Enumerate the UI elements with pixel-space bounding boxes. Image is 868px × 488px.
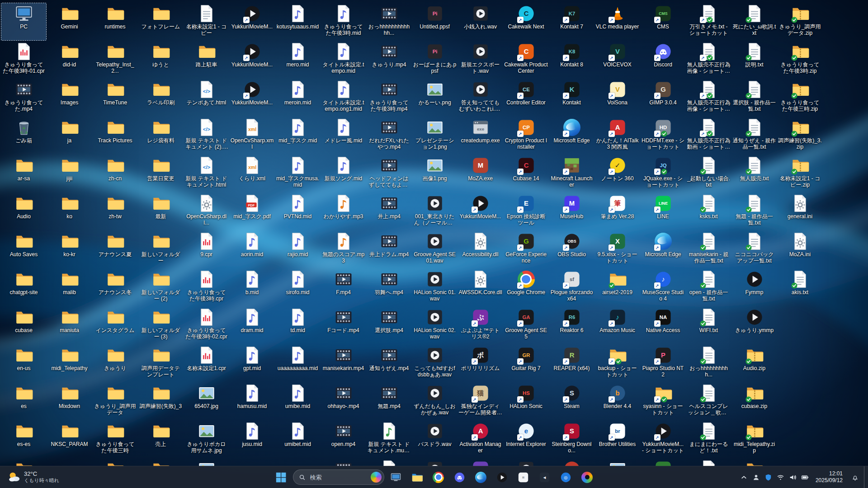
desktop-icon[interactable]: NA↗Native Access: [640, 306, 686, 344]
taskbar-notepad-icon[interactable]: ≡: [514, 468, 533, 487]
desktop-icon[interactable]: 猫↗孤独なインディーゲーム開発者の一生...: [458, 382, 503, 420]
desktop-icon[interactable]: en-us: [1, 344, 47, 382]
desktop-icon[interactable]: HALion Sonic 01.wav: [412, 268, 458, 306]
desktop-icon[interactable]: gpt.mid: [229, 344, 275, 382]
desktop-icon[interactable]: 名称未設定1.cpr: [184, 344, 229, 382]
notification-bell-icon[interactable]: [847, 468, 863, 486]
taskbar-color-wheel-app-icon[interactable]: [578, 468, 597, 487]
desktop-icon[interactable]: ↗Minecraft Launcher: [549, 155, 594, 192]
desktop-icon[interactable]: ずんだもん_しおかぜぁ.wav: [412, 382, 458, 420]
clock[interactable]: 12:01 2025/09/12: [812, 468, 846, 486]
desktop-icon[interactable]: PC: [1, 3, 47, 41]
desktop-icon[interactable]: R↗REAPER (x64): [549, 344, 594, 382]
desktop-icon[interactable]: ↗syasinn - ショートカット: [640, 382, 686, 420]
desktop-icon[interactable]: execreatedump.exe: [458, 117, 503, 155]
desktop-icon[interactable]: C↗Cakewalk Next: [503, 3, 549, 41]
desktop-icon[interactable]: Piおーばーまにあ.ppsf: [412, 41, 458, 79]
shield-icon[interactable]: [762, 468, 774, 486]
desktop-icon[interactable]: ohhayo-.mp4: [321, 382, 366, 420]
desktop-icon[interactable]: K8↗Kontakt 8: [549, 41, 594, 79]
desktop-icon[interactable]: きゅうり食ってた午後三時: [92, 420, 138, 458]
desktop-icon[interactable]: ↗YukkuriMovieM...: [229, 79, 275, 117]
taskbar-task-view-icon[interactable]: [387, 468, 406, 487]
desktop-icon[interactable]: ✓↗ノートン 360: [594, 155, 640, 192]
desktop-icon[interactable]: E↗Epson 接続診断ツール: [503, 192, 549, 230]
desktop-icon[interactable]: _起動しない場合.txt: [686, 155, 731, 192]
desktop-icon[interactable]: 画像1.png: [412, 155, 458, 192]
desktop-icon[interactable]: </>新規 テキスト ドキュメント.html: [184, 155, 229, 192]
desktop-icon[interactable]: [184, 458, 229, 466]
desktop-icon[interactable]: 売上: [138, 420, 184, 458]
desktop-icon[interactable]: 65407.jpg: [184, 382, 229, 420]
desktop-icon[interactable]: M↗MuseHub: [549, 192, 594, 230]
desktop-icon[interactable]: 新規エクスポート.wav: [458, 41, 503, 79]
desktop-icon[interactable]: jusu.mid: [229, 420, 275, 458]
desktop-icon[interactable]: ja: [47, 117, 92, 155]
desktop-icon[interactable]: GA↗Groove Agent SE 5: [503, 306, 549, 344]
desktop-icon[interactable]: きゅうり_調声用データ: [92, 382, 138, 420]
desktop-icon[interactable]: ↗backup - ショートカット: [594, 344, 640, 382]
desktop-icon[interactable]: [594, 458, 640, 466]
desktop-icon[interactable]: 新規ソング.mid: [321, 155, 366, 192]
desktop-icon[interactable]: C↗Cakewalk Product Center: [503, 41, 549, 79]
desktop-icon[interactable]: 小銭入れ.wav: [458, 3, 503, 41]
desktop-icon[interactable]: LINE↗LINE: [640, 192, 686, 230]
desktop-icon[interactable]: runtimes: [92, 3, 138, 41]
desktop-icon[interactable]: ぷ↗ぷよぷよ™テトリス®2: [458, 306, 503, 344]
desktop-icon[interactable]: ↗Microsoft Edge: [640, 230, 686, 268]
desktop-icon[interactable]: td.mid: [275, 306, 321, 344]
desktop-icon[interactable]: [549, 458, 594, 466]
wifi-icon[interactable]: [774, 468, 787, 486]
desktop-icon[interactable]: Telepathy_Inst_2...: [92, 41, 138, 79]
desktop-icon[interactable]: G↗GIMP 3.0.4: [640, 79, 686, 117]
desktop-icon[interactable]: タイトル未設定.tempo.mid: [321, 41, 366, 79]
desktop-icon[interactable]: きゅうり食ってた午後3時.zip: [777, 41, 823, 79]
start-button[interactable]: [272, 468, 291, 487]
desktop-icon[interactable]: レジ袋有料: [138, 117, 184, 155]
desktop-icon[interactable]: S↗Steam: [549, 382, 594, 420]
desktop-icon[interactable]: [686, 458, 731, 466]
desktop-icon[interactable]: ↗Microsoft Edge: [549, 117, 594, 155]
desktop-icon[interactable]: プレゼンテーション1.png: [412, 117, 458, 155]
desktop-icon[interactable]: MoZA.ini: [777, 230, 823, 268]
desktop-icon[interactable]: xmlくらり.xml: [229, 155, 275, 192]
desktop-icon[interactable]: HD↗HDDFMT.exe - ショートカット: [640, 117, 686, 155]
desktop-icon[interactable]: sf↗Plogue sforzando x64: [549, 268, 594, 306]
desktop-icon[interactable]: 通知うぜえ.mp4: [366, 344, 412, 382]
desktop-icon[interactable]: Groove Agent SE 01.wav: [412, 230, 458, 268]
desktop-icon[interactable]: 羽舞へ.mp4: [366, 268, 412, 306]
desktop-icon[interactable]: midi_Telepathy.zip: [731, 420, 777, 458]
desktop-icon[interactable]: [1, 458, 47, 466]
desktop-icon[interactable]: 9.cpr: [184, 230, 229, 268]
desktop-icon[interactable]: ↗YukkuriMovieM...: [458, 192, 503, 230]
desktop-icon[interactable]: Gemini: [47, 3, 92, 41]
desktop-icon[interactable]: [138, 458, 184, 466]
desktop-icon[interactable]: MMoZA.exe: [458, 155, 503, 192]
desktop-icon[interactable]: きゅうり食ってた午後3時.cpr: [184, 268, 229, 306]
desktop-icon[interactable]: 無人販売.txt: [731, 155, 777, 192]
taskbar-arrow-app-icon[interactable]: ◄: [535, 468, 554, 487]
desktop-icon[interactable]: manisekarin - 親作品一覧.txt: [686, 230, 731, 268]
desktop-icon[interactable]: mero.mid: [275, 41, 321, 79]
desktop-icon[interactable]: GR↗Guitar Rig 7: [503, 344, 549, 382]
desktop-icon[interactable]: 井上ドラム.mp4: [366, 230, 412, 268]
desktop-icon[interactable]: P↗Piapro Studio NT2: [640, 344, 686, 382]
desktop-icon[interactable]: Fymmp: [731, 268, 777, 306]
desktop-icon[interactable]: TimeTune: [92, 79, 138, 117]
desktop-icon[interactable]: ごみ箱: [1, 117, 47, 155]
desktop-icon[interactable]: CP↗Crypton Product Installer: [503, 117, 549, 155]
desktop-icon[interactable]: HS↗HALion Sonic: [503, 382, 549, 420]
desktop-icon[interactable]: ゆうと: [138, 41, 184, 79]
desktop-icon[interactable]: きゅうりボカロ用サムネ.jpg: [184, 420, 229, 458]
desktop-icon[interactable]: ニコニコバックアップ一覧.txt: [731, 230, 777, 268]
desktop-icon[interactable]: maniuta: [47, 306, 92, 344]
desktop-icon[interactable]: PDFmid_字スク.pdf: [229, 192, 275, 230]
desktop-icon[interactable]: Fコード.mp4: [321, 306, 366, 344]
desktop-icon[interactable]: ksks.txt: [686, 192, 731, 230]
desktop-icon[interactable]: meroin.mid: [275, 79, 321, 117]
desktop-icon[interactable]: 調声練習(失敗)_3: [138, 382, 184, 420]
desktop-icon[interactable]: きゅうり食ってた午後3時-02.cpr: [184, 306, 229, 344]
desktop-icon[interactable]: b.mid: [229, 268, 275, 306]
desktop-icon[interactable]: AWSSDK.Core.dll: [458, 268, 503, 306]
desktop-icon[interactable]: ↗無人販売不正行為画像 - ショートカット: [686, 79, 731, 117]
